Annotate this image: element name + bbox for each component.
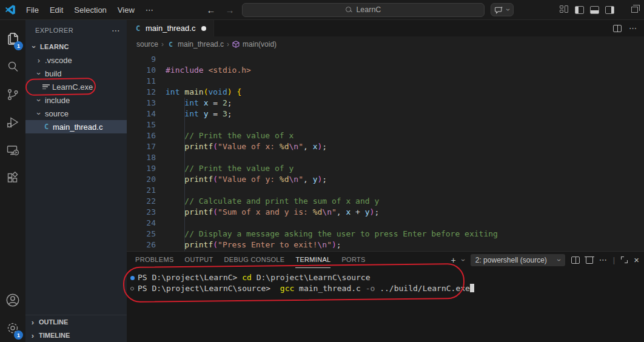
- toggle-secondary-sidebar-icon[interactable]: [605, 6, 614, 14]
- terminal-output[interactable]: PS D:\project\LearnC> cd D:\project\Lear…: [127, 268, 644, 342]
- forward-arrow-icon[interactable]: →: [223, 5, 236, 15]
- customize-layout-icon[interactable]: [560, 5, 569, 14]
- code-editor[interactable]: 910#include <stdio.h>1112int main(void) …: [127, 52, 644, 251]
- run-and-debug-icon[interactable]: [0, 109, 25, 136]
- breadcrumb-file[interactable]: main_thread.c: [178, 40, 224, 49]
- toggle-panel-icon[interactable]: [590, 6, 599, 14]
- code-line-14[interactable]: 14 int y = 3;: [127, 109, 644, 119]
- panel-tab-output[interactable]: OUTPUT: [185, 252, 213, 268]
- explorer-icon[interactable]: 1: [0, 25, 25, 53]
- timeline-section[interactable]: › TIMELINE: [25, 329, 127, 342]
- code-text: [156, 218, 166, 229]
- launch-profile-chevron-icon[interactable]: ›: [459, 259, 468, 261]
- tree-item-main-thread-c[interactable]: Cmain_thread.c: [25, 120, 127, 133]
- code-line-21[interactable]: 21: [127, 185, 644, 196]
- line-number: 21: [127, 185, 156, 196]
- menu-selection[interactable]: Selection: [69, 5, 112, 15]
- close-panel-icon[interactable]: ×: [634, 255, 639, 265]
- code-text: int y = 3;: [156, 109, 232, 119]
- code-line-15[interactable]: 15: [127, 119, 644, 130]
- code-line-10[interactable]: 10#include <stdio.h>: [127, 65, 644, 76]
- terminal-instance-select[interactable]: 2: powershell (source) ›: [471, 254, 565, 266]
- tree-item-label: LEARNC: [40, 43, 69, 50]
- unsaved-changes-dot[interactable]: [201, 26, 206, 31]
- command-decoration-hollow-icon[interactable]: [130, 287, 138, 290]
- code-line-26[interactable]: 26 printf("Press Enter to exit!\n");: [127, 240, 644, 250]
- tree-item-learnc[interactable]: ›LEARNC: [25, 40, 127, 53]
- account-icon[interactable]: [0, 286, 25, 314]
- code-text: int main(void) {: [156, 87, 241, 98]
- split-editor-icon[interactable]: [613, 25, 622, 32]
- titlebar: FileEditSelectionView⋯ ← → LearnC ›: [0, 0, 644, 20]
- explorer-more-actions-icon[interactable]: ⋯: [112, 25, 121, 35]
- line-number: 12: [127, 87, 156, 98]
- window-restore-icon[interactable]: [631, 7, 638, 13]
- extensions-icon[interactable]: [0, 164, 25, 192]
- line-number: 18: [127, 152, 156, 163]
- menu-[interactable]: ⋯: [140, 5, 159, 15]
- tree-item-include[interactable]: ›include: [25, 93, 127, 107]
- chevron-right-icon: ›: [35, 56, 42, 65]
- code-line-18[interactable]: 18: [127, 152, 644, 163]
- line-number: 19: [127, 163, 156, 174]
- code-text: printf("Value of x: %d\n", x);: [156, 141, 327, 152]
- search-view-icon[interactable]: [0, 53, 25, 81]
- indent-guide: [184, 98, 185, 251]
- code-line-17[interactable]: 17 printf("Value of x: %d\n", x);: [127, 141, 644, 152]
- menu-edit[interactable]: Edit: [44, 5, 69, 15]
- more-actions-icon[interactable]: ⋯: [629, 24, 637, 33]
- code-line-11[interactable]: 11: [127, 76, 644, 87]
- remote-explorer-icon[interactable]: [0, 136, 25, 164]
- panel-tab-ports[interactable]: PORTS: [341, 252, 365, 268]
- line-number: 16: [127, 130, 156, 141]
- panel-tab-debug-console[interactable]: DEBUG CONSOLE: [224, 252, 285, 268]
- source-control-icon[interactable]: [0, 81, 25, 109]
- tab-bar: C main_thread.c ⋯: [127, 20, 644, 36]
- kill-terminal-icon[interactable]: [586, 256, 593, 264]
- back-arrow-icon[interactable]: ←: [204, 5, 217, 15]
- copilot-button[interactable]: ›: [491, 3, 514, 16]
- code-text: [156, 152, 166, 163]
- code-line-20[interactable]: 20 printf("Value of y: %d\n", y);: [127, 174, 644, 185]
- command-decoration-filled-icon[interactable]: [130, 276, 138, 280]
- outline-section[interactable]: › OUTLINE: [25, 315, 127, 329]
- menu-view[interactable]: View: [112, 5, 140, 15]
- chevron-down-icon: ›: [35, 70, 44, 77]
- toggle-primary-sidebar-icon[interactable]: [575, 6, 584, 14]
- vscode-window: FileEditSelectionView⋯ ← → LearnC ›: [0, 0, 644, 342]
- tree-item-learnc-exe[interactable]: LearnC.exe: [25, 80, 127, 93]
- panel-tab-terminal[interactable]: TERMINAL: [295, 252, 330, 268]
- tree-item-build[interactable]: ›build: [25, 67, 127, 80]
- code-text: // Print the value of y: [156, 163, 293, 174]
- chevron-down-icon: ›: [555, 259, 563, 261]
- code-line-16[interactable]: 16 // Print the value of x: [127, 130, 644, 141]
- terminal-text: PS D:\project\LearnC\source> gcc main_th…: [138, 283, 474, 294]
- code-line-13[interactable]: 13 int x = 2;: [127, 98, 644, 109]
- code-line-12[interactable]: 12int main(void) {: [127, 87, 644, 98]
- panel-tab-problems[interactable]: PROBLEMS: [135, 252, 174, 268]
- copilot-chat-icon: [495, 6, 503, 14]
- tree-item--vscode[interactable]: ›.vscode: [25, 53, 127, 67]
- tree-item-source[interactable]: ›source: [25, 107, 127, 120]
- new-terminal-icon[interactable]: +: [451, 255, 456, 265]
- terminal-more-actions-icon[interactable]: ⋯: [599, 255, 607, 264]
- code-line-25[interactable]: 25 // Display a message asking the user …: [127, 229, 644, 240]
- code-line-23[interactable]: 23 printf("Sum of x and y is: %d\n", x +…: [127, 207, 644, 218]
- code-line-19[interactable]: 19 // Print the value of y: [127, 163, 644, 174]
- command-center-search[interactable]: LearnC: [242, 3, 485, 17]
- code-line-24[interactable]: 24: [127, 218, 644, 229]
- line-number: 10: [127, 65, 156, 76]
- code-line-9[interactable]: 9: [127, 54, 644, 65]
- code-line-22[interactable]: 22 // Calculate and print the sum of x a…: [127, 196, 644, 207]
- editor-actions: ⋯: [613, 20, 644, 36]
- chevron-down-icon[interactable]: ›: [504, 8, 512, 11]
- breadcrumb-symbol[interactable]: main(void): [243, 40, 277, 49]
- split-terminal-icon[interactable]: [571, 256, 580, 264]
- breadcrumb-folder[interactable]: source: [136, 40, 158, 49]
- tab-main-thread-c[interactable]: C main_thread.c: [127, 20, 214, 36]
- menu-file[interactable]: File: [21, 5, 44, 15]
- settings-gear-icon[interactable]: 1: [0, 314, 25, 342]
- tree-item-label: source: [45, 109, 69, 118]
- maximize-panel-icon[interactable]: [621, 256, 628, 263]
- explorer-title: EXPLORER: [35, 27, 73, 34]
